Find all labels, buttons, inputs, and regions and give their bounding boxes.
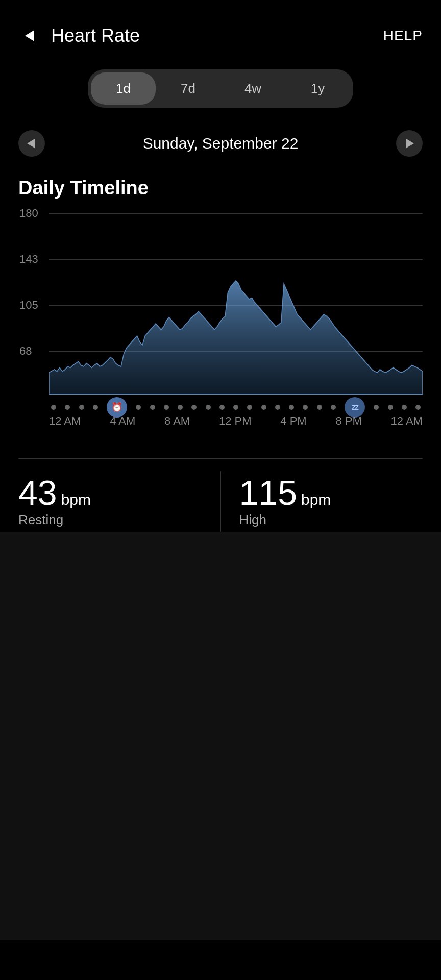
time-dot-7am xyxy=(164,405,169,410)
back-button[interactable] xyxy=(18,24,41,47)
time-dot-5pm xyxy=(303,405,308,410)
time-dot-7pm xyxy=(331,405,336,410)
chart-svg-area xyxy=(49,213,423,397)
tab-4w[interactable]: 4w xyxy=(220,72,285,105)
time-dot-8am xyxy=(178,405,183,410)
time-dot-11am xyxy=(219,405,225,410)
time-dot-3pm xyxy=(275,405,280,410)
heart-rate-svg xyxy=(49,213,423,397)
tab-1y[interactable]: 1y xyxy=(285,72,350,105)
prev-arrow-icon xyxy=(27,139,35,148)
time-dot-12am xyxy=(51,405,56,410)
high-stat: 115 bpm High xyxy=(221,471,423,532)
time-dot-10pm xyxy=(388,405,393,410)
time-dot-11pm xyxy=(402,405,407,410)
resting-unit: bpm xyxy=(61,491,91,508)
grid-label-105: 105 xyxy=(19,299,38,312)
time-label-12am: 12 AM xyxy=(49,414,81,428)
stats-divider xyxy=(18,458,423,459)
time-dot-1am xyxy=(65,405,70,410)
grid-label-143: 143 xyxy=(19,253,38,266)
help-button[interactable]: HELP xyxy=(383,28,423,44)
next-day-button[interactable] xyxy=(396,130,423,157)
high-unit: bpm xyxy=(301,491,331,508)
stats-row: 43 bpm Resting 115 bpm High xyxy=(0,471,441,532)
header: Heart Rate HELP xyxy=(0,0,441,59)
time-axis: ⏰ ZZ xyxy=(49,397,423,428)
date-navigation: Sunday, September 22 xyxy=(0,118,441,169)
time-dot-12pm xyxy=(233,405,238,410)
time-dot-9pm xyxy=(374,405,379,410)
grid-label-68: 68 xyxy=(19,345,32,358)
time-label-8pm: 8 PM xyxy=(335,414,361,428)
time-label-8am: 8 AM xyxy=(164,414,190,428)
prev-day-button[interactable] xyxy=(18,130,45,157)
time-dot-9am xyxy=(191,405,197,410)
section-title: Daily Timeline xyxy=(0,169,441,203)
header-left: Heart Rate xyxy=(18,24,140,47)
tab-1d[interactable]: 1d xyxy=(91,72,156,105)
time-dot-6pm xyxy=(317,405,322,410)
high-number: 115 xyxy=(239,475,297,510)
bottom-empty-area xyxy=(0,532,441,940)
time-dot-2pm xyxy=(261,405,266,410)
resting-value: 43 bpm xyxy=(18,475,202,510)
heart-rate-chart: 180 143 105 68 xyxy=(18,213,423,428)
time-labels: 12 AM 4 AM 8 AM 12 PM 4 PM 8 PM 12 AM xyxy=(49,414,423,428)
next-arrow-icon xyxy=(406,139,414,148)
time-label-12am-end: 12 AM xyxy=(391,414,423,428)
time-dot-2am xyxy=(79,405,84,410)
time-label-4am: 4 AM xyxy=(110,414,135,428)
tab-7d[interactable]: 7d xyxy=(156,72,220,105)
grid-label-180: 180 xyxy=(19,207,38,220)
time-dot-10am xyxy=(206,405,211,410)
time-dot-12am-end xyxy=(415,405,421,410)
resting-number: 43 xyxy=(18,475,57,510)
time-label-4pm: 4 PM xyxy=(280,414,306,428)
page-title: Heart Rate xyxy=(51,25,140,46)
high-label: High xyxy=(239,512,423,528)
tab-bar: 1d 7d 4w 1y xyxy=(88,69,353,108)
resting-label: Resting xyxy=(18,512,202,528)
time-dot-5am xyxy=(136,405,141,410)
back-arrow-icon xyxy=(25,30,34,41)
time-label-12pm: 12 PM xyxy=(219,414,252,428)
time-dot-6am xyxy=(150,405,155,410)
current-date: Sunday, September 22 xyxy=(143,135,299,152)
time-dot-4pm xyxy=(289,405,294,410)
time-dot-1pm xyxy=(247,405,252,410)
resting-stat: 43 bpm Resting xyxy=(18,471,221,532)
time-dot-3am xyxy=(93,405,98,410)
high-value: 115 bpm xyxy=(239,475,423,510)
